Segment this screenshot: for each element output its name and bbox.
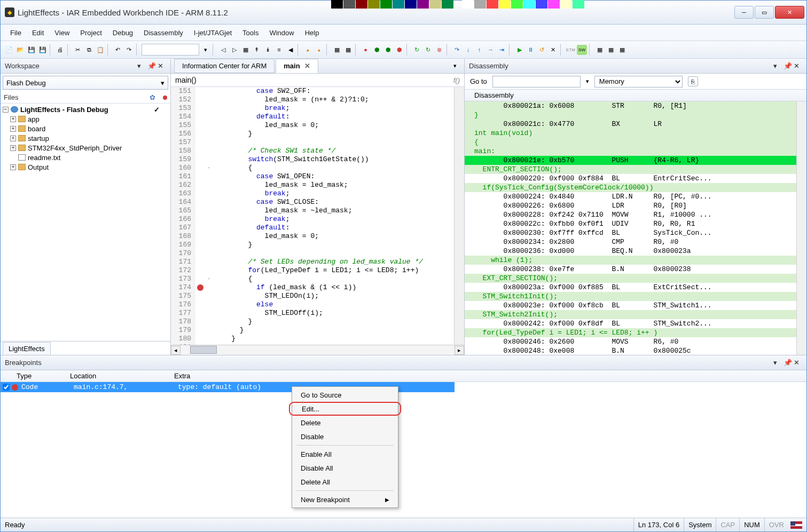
menu-debug[interactable]: Debug	[107, 26, 138, 40]
fx-icon[interactable]: f()	[453, 76, 460, 84]
goto-input[interactable]	[492, 76, 581, 88]
debug-icon[interactable]: ⬢	[372, 45, 382, 55]
swv-icon[interactable]: SW	[577, 45, 587, 55]
code-line[interactable]	[213, 138, 454, 147]
gutter[interactable]	[195, 343, 205, 345]
code-line[interactable]: if (led_mask & (1 << i))	[213, 283, 454, 292]
restart-icon[interactable]: ↺	[537, 45, 547, 55]
code-line[interactable]: else	[213, 300, 454, 309]
fold-gutter[interactable]	[205, 283, 213, 292]
code-line[interactable]	[213, 249, 454, 258]
code-line[interactable]: {	[213, 275, 454, 283]
save-icon[interactable]: 💾	[26, 45, 36, 55]
fold-gutter[interactable]	[205, 249, 213, 258]
disassembly-body[interactable]: 0x800021a: 0x6008 STR R0, [R1]} 0x800021…	[465, 101, 796, 355]
disassembly-line[interactable]: 0x800023a: 0xf000 0xf885 BL ExtCritSect.…	[465, 283, 796, 292]
ctx-newbreakpoint[interactable]: New Breakpoint▶	[293, 493, 397, 506]
disassembly-line[interactable]: 0x8000246: 0x2600 MOVS R6, #0	[465, 337, 796, 346]
disassembly-line[interactable]: 0x8000236: 0xd000 BEQ.N 0x800023a	[465, 247, 796, 256]
scroll-thumb[interactable]	[190, 346, 217, 354]
run-cursor-icon[interactable]: ⇥	[497, 45, 507, 55]
disassembly-line[interactable]: 0x800023e: 0xf000 0xf8cb BL STM_Switch1.…	[465, 301, 796, 310]
fold-gutter[interactable]	[205, 343, 213, 345]
gutter[interactable]	[195, 121, 205, 130]
play-icon[interactable]: ▶	[514, 45, 524, 55]
fold-gutter[interactable]	[205, 335, 213, 343]
code-line[interactable]: }	[213, 335, 454, 343]
gutter[interactable]	[195, 164, 205, 172]
gutter[interactable]	[195, 283, 205, 292]
code-line[interactable]: case SW1_OPEN:	[213, 172, 454, 181]
disassembly-line[interactable]: STM_Switch2Init();	[465, 310, 796, 319]
print-icon[interactable]: 🖨	[55, 45, 65, 55]
ctx-disable[interactable]: Disable	[293, 430, 397, 443]
scroll-right-icon[interactable]: ▸	[455, 346, 464, 355]
fold-gutter[interactable]	[205, 232, 213, 241]
fold-gutter[interactable]	[205, 96, 213, 104]
cut-icon[interactable]: ✂	[73, 45, 83, 55]
gutter[interactable]	[195, 335, 205, 343]
fold-gutter[interactable]	[205, 181, 213, 189]
code-line[interactable]: led_mask = led_mask;	[213, 181, 454, 189]
view3-icon[interactable]: ▦	[617, 45, 627, 55]
fold-gutter[interactable]	[205, 266, 213, 275]
panel-pin-icon[interactable]: 📌	[784, 359, 792, 367]
code-line[interactable]: led_mask = (n++ & 2)?1:0;	[213, 96, 454, 104]
fold-gutter[interactable]	[205, 215, 213, 224]
code-line[interactable]: STM_LEDOff(i);	[213, 309, 454, 317]
fold-gutter[interactable]: -	[205, 164, 213, 172]
editor-hscrollbar[interactable]: ◂ ▸	[171, 345, 464, 355]
panel-pin-icon[interactable]: 📌	[784, 62, 792, 70]
code-line[interactable]: }	[213, 130, 454, 138]
disassembly-line[interactable]: {	[465, 138, 796, 147]
config-dropdown[interactable]: Flash Debug ▾	[3, 76, 168, 90]
disassembly-line[interactable]: main:	[465, 147, 796, 156]
dropdown-icon[interactable]: ▾	[200, 45, 210, 55]
gutter[interactable]	[195, 317, 205, 326]
gutter[interactable]	[195, 147, 205, 155]
editor-tab[interactable]: Information Center for ARM	[174, 59, 275, 73]
fold-gutter[interactable]	[205, 138, 213, 147]
editor-tab[interactable]: main✕	[276, 59, 318, 73]
expand-icon[interactable]: +	[10, 126, 16, 132]
nav-down-icon[interactable]: ↡	[263, 45, 273, 55]
nav-prev-icon[interactable]: ◀	[285, 45, 295, 55]
end-icon[interactable]: ✕	[548, 45, 558, 55]
etm-icon[interactable]: ETM	[566, 45, 576, 55]
code-line[interactable]	[213, 343, 454, 345]
workspace-tab[interactable]: LightEffects	[3, 342, 51, 355]
disassembly-line[interactable]: int main(void)	[465, 129, 796, 138]
bookmark-toggle-icon[interactable]: ⬥	[303, 45, 313, 55]
gutter[interactable]	[195, 309, 205, 317]
panel-menu-icon[interactable]: ▾	[773, 359, 782, 367]
code-line[interactable]: switch(STM_Switch1GetState())	[213, 155, 454, 164]
gutter[interactable]	[195, 224, 205, 232]
open-icon[interactable]: 📂	[15, 45, 25, 55]
ctx-gotosource[interactable]: Go to Source	[293, 388, 397, 402]
code-line[interactable]: for(Led_TypeDef i = LED1; i <= LED8; i++…	[213, 266, 454, 275]
ctx-deleteall[interactable]: Delete All	[293, 475, 397, 489]
disassembly-line[interactable]: 0x800022c: 0xfbb0 0xf0f1 UDIV R0, R0, R1	[465, 219, 796, 228]
menu-disassembly[interactable]: Disassembly	[138, 26, 189, 40]
step-out-icon[interactable]: ↑	[474, 45, 484, 55]
disassembly-line[interactable]: STM_Switch1Init();	[465, 292, 796, 301]
fold-gutter[interactable]	[205, 292, 213, 300]
panel-menu-icon[interactable]: ▾	[773, 62, 782, 70]
maximize-button[interactable]: ▭	[755, 6, 774, 19]
fold-gutter[interactable]	[205, 104, 213, 113]
fold-gutter[interactable]	[205, 189, 213, 198]
disassembly-line[interactable]: 0x8000220: 0xf000 0xf884 BL EntrCritSec.…	[465, 174, 796, 183]
code-line[interactable]: led_mask = ~led_mask;	[213, 207, 454, 215]
disassembly-line[interactable]: }	[465, 110, 796, 120]
gutter[interactable]	[195, 87, 205, 96]
reset-icon[interactable]: ⊗	[434, 45, 444, 55]
disassembly-line[interactable]: while (1);	[465, 256, 796, 265]
go-icon[interactable]: ↻	[412, 45, 422, 55]
tree-item[interactable]: +Output	[3, 162, 168, 172]
disassembly-line[interactable]: 0x800021c: 0x4770 BX LR	[465, 120, 796, 129]
fold-gutter[interactable]	[205, 87, 213, 96]
tab-close-icon[interactable]: ✕	[304, 62, 310, 70]
gutter[interactable]	[195, 258, 205, 266]
ctx-delete[interactable]: Delete	[293, 416, 397, 430]
disassembly-line[interactable]: 0x800021e: 0xb570 PUSH {R4-R6, LR}	[465, 156, 796, 165]
